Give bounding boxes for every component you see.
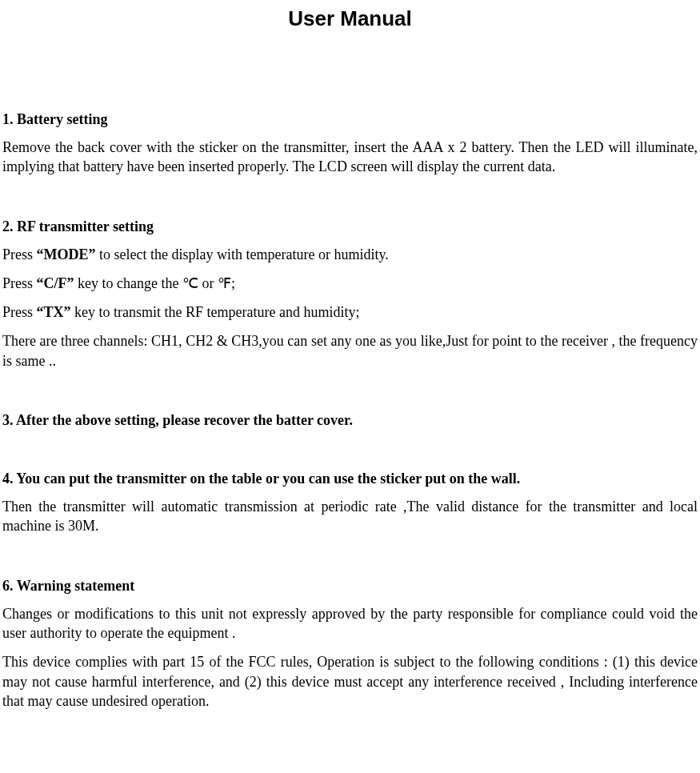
mode-key-label: “MODE” xyxy=(37,246,96,262)
text-segment: Press xyxy=(2,275,37,291)
section-2-para-2: Press “C/F” key to change the ℃ or ℉; xyxy=(2,274,698,293)
section-gap xyxy=(2,439,698,471)
section-6-para-1: Changes or modifications to this unit no… xyxy=(2,604,698,643)
section-2-para-4: There are three channels: CH1, CH2 & CH3… xyxy=(2,331,698,370)
section-2-para-1: Press “MODE” to select the display with … xyxy=(2,245,698,264)
section-2-heading: 2. RF transmitter setting xyxy=(2,218,698,235)
content-body: 1. Battery setting Remove the back cover… xyxy=(0,111,700,711)
section-gap xyxy=(2,380,698,412)
text-segment: key to change the ℃ or ℉; xyxy=(74,275,235,291)
section-2-para-3: Press “TX” key to transmit the RF temper… xyxy=(2,302,698,322)
page-title: User Manual xyxy=(0,6,700,31)
text-segment: key to transmit the RF temperature and h… xyxy=(71,304,360,320)
tx-key-label: “TX” xyxy=(37,304,71,320)
text-segment: Press xyxy=(2,304,37,320)
text-segment: Press xyxy=(2,246,37,262)
cf-key-label: “C/F” xyxy=(37,275,74,291)
section-gap xyxy=(2,546,698,578)
section-gap xyxy=(2,186,698,218)
section-6-para-2: This device complies with part 15 of the… xyxy=(2,652,698,711)
section-3-heading: 3. After the above setting, please recov… xyxy=(2,412,698,429)
section-1-para: Remove the back cover with the sticker o… xyxy=(2,138,698,177)
section-4-heading: 4. You can put the transmitter on the ta… xyxy=(2,471,698,487)
text-segment: to select the display with temperature o… xyxy=(96,246,389,262)
section-6-heading: 6. Warning statement xyxy=(2,578,698,595)
section-1-heading: 1. Battery setting xyxy=(2,111,698,128)
section-4-para: Then the transmitter will automatic tran… xyxy=(2,497,698,536)
